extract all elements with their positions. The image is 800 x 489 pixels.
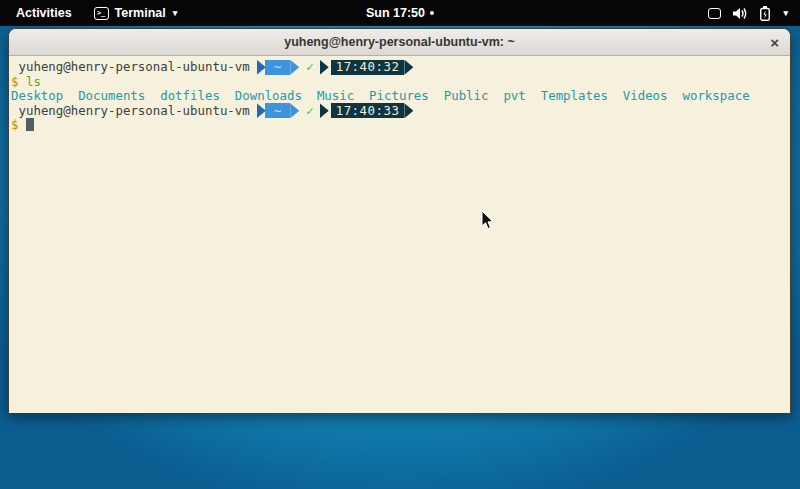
top-bar: Activities >_ Terminal ▾ Sun 17:50 xyxy=(0,0,800,26)
powerline-arrow-icon xyxy=(320,60,329,75)
status-check-icon: ✓ xyxy=(306,104,313,119)
system-status-area[interactable]: ▾ xyxy=(708,6,800,21)
directory-name: Downloads xyxy=(235,88,302,103)
powerline-arrow-icon xyxy=(320,103,329,118)
close-button[interactable]: × xyxy=(770,29,779,55)
volume-icon xyxy=(733,7,748,20)
directory-name: Public xyxy=(444,88,489,103)
directory-name: Templates xyxy=(541,88,608,103)
text-cursor xyxy=(26,118,34,131)
powerline-arrow-icon xyxy=(290,103,299,118)
terminal-icon: >_ xyxy=(94,7,109,20)
ls-output-line: Desktop Documents dotfiles Downloads Mus… xyxy=(11,89,788,104)
powerline-arrow-icon xyxy=(404,60,413,75)
system-chevron-down-icon: ▾ xyxy=(783,9,788,18)
app-menu-label: Terminal xyxy=(115,6,166,20)
directory-name: Videos xyxy=(623,88,668,103)
directory-name: workspace xyxy=(682,88,749,103)
app-menu-terminal[interactable]: >_ Terminal ▾ xyxy=(94,6,178,20)
terminal-screen[interactable]: yuheng@henry-personal-ubuntu-vm ~ ✓ 17:4… xyxy=(9,56,790,413)
prompt-timestamp: 17:40:33 xyxy=(331,103,405,118)
clock-button[interactable]: Sun 17:50 xyxy=(366,6,434,20)
prompt-cwd: ~ xyxy=(265,103,290,118)
input-line[interactable]: $ xyxy=(11,118,788,133)
prompt-timestamp: 17:40:32 xyxy=(331,60,405,75)
clock-label: Sun 17:50 xyxy=(366,6,425,20)
notification-dot-icon xyxy=(430,11,434,15)
directory-name: dotfiles xyxy=(160,88,220,103)
directory-name: Desktop xyxy=(11,88,63,103)
directory-name: Documents xyxy=(78,88,145,103)
display-icon xyxy=(708,8,721,19)
activities-button[interactable]: Activities xyxy=(12,4,76,22)
window-title: yuheng@henry-personal-ubuntu-vm: ~ xyxy=(284,35,515,49)
terminal-window: yuheng@henry-personal-ubuntu-vm: ~ × yuh… xyxy=(8,28,791,413)
prompt-line: yuheng@henry-personal-ubuntu-vm ~ ✓ 17:4… xyxy=(11,104,788,119)
prompt-userhost: yuheng@henry-personal-ubuntu-vm xyxy=(19,104,250,119)
prompt-cwd: ~ xyxy=(265,60,290,75)
prompt-userhost: yuheng@henry-personal-ubuntu-vm xyxy=(19,60,250,75)
directory-name: pvt xyxy=(503,88,525,103)
battery-charging-icon xyxy=(760,6,770,21)
powerline-arrow-icon xyxy=(290,60,299,75)
directory-name: Music xyxy=(317,88,354,103)
command-line: $ ls xyxy=(11,75,788,90)
status-check-icon: ✓ xyxy=(306,60,313,75)
powerline-arrow-icon xyxy=(404,103,413,118)
command-text: ls xyxy=(26,74,41,89)
desktop: Activities >_ Terminal ▾ Sun 17:50 xyxy=(0,0,800,489)
chevron-down-icon: ▾ xyxy=(173,9,178,18)
window-titlebar[interactable]: yuheng@henry-personal-ubuntu-vm: ~ × xyxy=(9,29,790,56)
prompt-line: yuheng@henry-personal-ubuntu-vm ~ ✓ 17:4… xyxy=(11,60,788,75)
directory-name: Pictures xyxy=(369,88,429,103)
